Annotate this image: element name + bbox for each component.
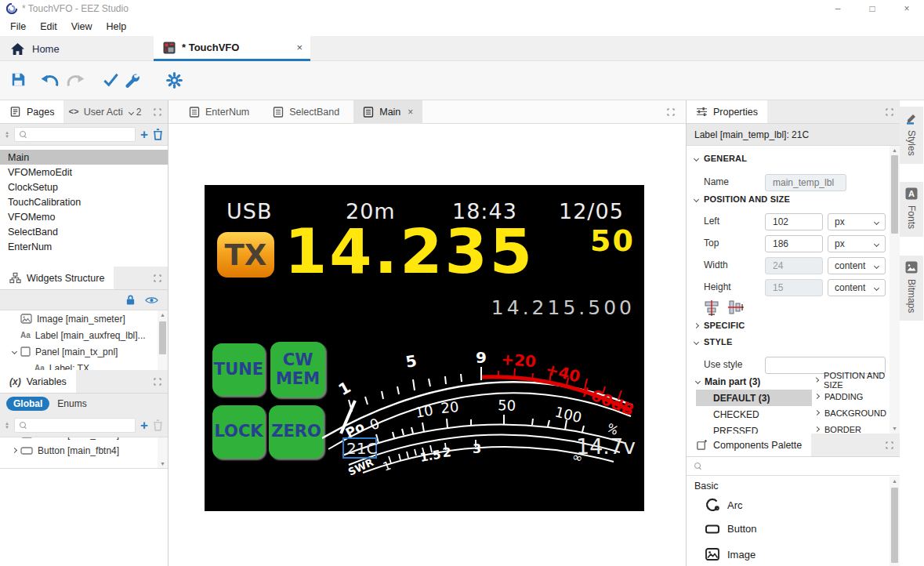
sort-icon[interactable]: ▲▼ <box>5 131 9 139</box>
delete-page-icon[interactable] <box>153 129 163 140</box>
vfo-button-zero[interactable]: ZERO <box>269 405 324 459</box>
name-input[interactable]: main_temp_lbl <box>765 174 846 191</box>
scrollbar-thumb[interactable] <box>891 155 898 234</box>
page-item-vfomemoedit[interactable]: VFOMemoEdit <box>0 165 168 180</box>
close-button[interactable]: × <box>890 0 924 17</box>
menu-edit[interactable]: Edit <box>33 20 64 34</box>
lock-icon[interactable] <box>125 294 136 306</box>
expand-icon[interactable] <box>154 108 161 116</box>
tree-item-label-auxfreq[interactable]: Aa Label [main_auxfreq_lbl]... <box>0 327 168 343</box>
vfo-button-tune[interactable]: TUNE <box>212 343 265 396</box>
scrollbar-thumb[interactable] <box>891 488 898 563</box>
page-item-main[interactable]: Main <box>0 150 168 165</box>
properties-scrollbar[interactable]: ▲ ▼ <box>890 146 900 434</box>
menu-view[interactable]: View <box>64 20 100 34</box>
maximize-button[interactable]: □ <box>855 0 890 17</box>
section-general[interactable]: GENERAL <box>694 154 747 163</box>
style-part-main[interactable]: Main part (3) <box>696 373 812 390</box>
page-item-vfomemo[interactable]: VFOMemo <box>0 209 168 224</box>
scroll-up-icon[interactable]: ▲ <box>890 477 900 486</box>
editor-tab-main[interactable]: Main × <box>353 100 422 124</box>
rail-tab-styles[interactable]: Styles <box>900 107 923 164</box>
vfo-button-cwmem[interactable]: CW MEM <box>270 342 325 397</box>
chevron-down-icon[interactable] <box>129 110 134 115</box>
style-group-background[interactable]: BACKGROUND <box>815 405 887 421</box>
tab-project-close-icon[interactable]: × <box>296 42 303 53</box>
tab-variables[interactable]: (x) Variables <box>0 370 76 393</box>
align-vertical-icon[interactable] <box>727 299 745 317</box>
expand-icon[interactable] <box>886 441 893 449</box>
add-page-button[interactable]: + <box>140 129 148 140</box>
style-group-position[interactable]: POSITION AND SIZE <box>815 372 887 388</box>
tab-home[interactable]: Home <box>0 36 154 61</box>
height-unit-select[interactable]: content <box>828 279 886 296</box>
scroll-down-icon[interactable]: ▼ <box>158 459 168 469</box>
scroll-up-icon[interactable]: ▲ <box>890 146 900 155</box>
tab-user-actions[interactable]: <> User Acti <box>63 100 127 123</box>
palette-item-image[interactable]: Image <box>705 548 756 561</box>
palette-item-button[interactable]: Button <box>705 523 757 535</box>
delete-variable-icon[interactable] <box>153 419 163 431</box>
height-input[interactable]: 15 <box>765 279 823 296</box>
section-position-size[interactable]: POSITION AND SIZE <box>694 194 790 204</box>
expand-icon[interactable] <box>667 108 675 116</box>
minimize-button[interactable]: – <box>821 0 855 17</box>
width-input[interactable]: 24 <box>765 257 823 274</box>
palette-item-arc[interactable]: Arc <box>705 498 743 512</box>
eye-icon[interactable] <box>145 296 158 305</box>
tab-pages[interactable]: Pages <box>0 100 63 123</box>
close-tab-icon[interactable]: × <box>408 107 413 118</box>
editor-tab-selectband[interactable]: SelectBand <box>263 100 349 124</box>
check-icon[interactable] <box>103 72 118 87</box>
chevron-right-icon[interactable] <box>8 448 20 452</box>
section-specific[interactable]: SPECIFIC <box>694 321 745 330</box>
gear-icon[interactable] <box>166 72 183 89</box>
left-unit-select[interactable]: px <box>828 213 886 230</box>
tab-widgets-structure[interactable]: Widgets Structure <box>0 267 114 289</box>
scrollbar-thumb[interactable] <box>159 321 166 354</box>
tab-properties[interactable]: Properties <box>687 100 767 123</box>
expand-icon[interactable] <box>886 108 893 116</box>
tab-enums[interactable]: Enums <box>57 398 86 409</box>
align-horizontal-icon[interactable] <box>704 299 721 317</box>
menu-help[interactable]: Help <box>100 20 134 34</box>
style-group-border[interactable]: BORDER <box>815 421 887 434</box>
top-input[interactable]: 186 <box>765 235 823 252</box>
tab-project[interactable]: * TouchVFO × <box>154 36 310 61</box>
width-unit-select[interactable]: content <box>828 257 886 274</box>
editor-tab-enternum[interactable]: EnterNum <box>179 100 259 124</box>
pages-search-input[interactable] <box>14 127 136 142</box>
tab-components-palette[interactable]: Components Palette <box>687 434 811 456</box>
chevron-down-icon[interactable] <box>8 350 20 354</box>
save-icon[interactable] <box>11 72 26 87</box>
add-variable-button[interactable]: + <box>140 420 148 431</box>
menu-file[interactable]: File <box>3 20 33 34</box>
vfo-button-lock[interactable]: LOCK <box>212 405 265 459</box>
left-input[interactable]: 102 <box>765 213 823 230</box>
top-unit-select[interactable]: px <box>828 235 886 252</box>
expand-icon[interactable] <box>154 274 161 282</box>
sort-icon[interactable]: ▲▼ <box>5 422 9 430</box>
style-part-checked[interactable]: CHECKED <box>696 406 812 423</box>
page-item-selectband[interactable]: SelectBand <box>0 224 168 239</box>
tree-item-button-fbtn4[interactable]: Button [main_fbtn4] <box>0 442 168 459</box>
redo-icon[interactable] <box>66 74 85 88</box>
tree-item-panel-tx[interactable]: Panel [main_tx_pnl] <box>0 343 168 360</box>
rail-tab-fonts[interactable]: A Fonts <box>900 182 923 237</box>
tree-item-image[interactable]: Image [main_smeter] <box>0 310 168 327</box>
variables-search-input[interactable] <box>14 418 136 433</box>
temp-label-selected[interactable]: 21C <box>342 437 377 459</box>
style-part-pressed[interactable]: PRESSED <box>696 423 812 434</box>
scroll-up-icon[interactable]: ▲ <box>158 310 168 320</box>
expand-icon[interactable] <box>154 378 161 386</box>
rail-tab-bitmaps[interactable]: Bitmaps <box>900 256 923 321</box>
style-part-default[interactable]: DEFAULT (3) <box>696 390 812 406</box>
section-style[interactable]: STYLE <box>694 337 732 346</box>
tab-global[interactable]: Global <box>6 397 49 411</box>
palette-search-input[interactable] <box>687 457 900 476</box>
scroll-down-icon[interactable]: ▼ <box>890 424 900 434</box>
undo-icon[interactable] <box>41 74 60 88</box>
page-item-touchcalibration[interactable]: TouchCalibration <box>0 194 168 209</box>
page-item-clocksetup[interactable]: ClockSetup <box>0 180 168 194</box>
wrench-icon[interactable] <box>124 72 140 88</box>
